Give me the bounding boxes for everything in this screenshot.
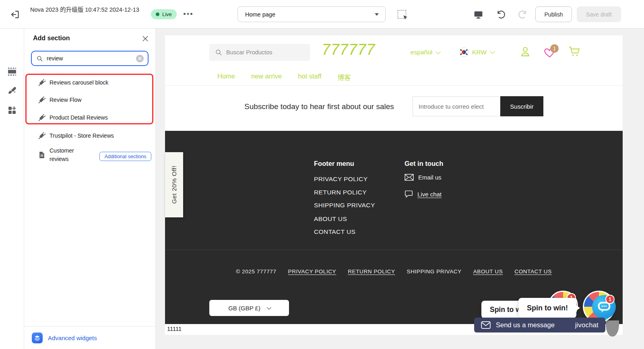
footer-link-privacy[interactable]: PRIVACY POLICY [314, 176, 367, 183]
store-search-box[interactable] [209, 44, 310, 61]
theme-settings-tab-icon[interactable] [7, 86, 17, 96]
store-nav: Home new arrive hot staff 博客 [217, 72, 351, 82]
exit-icon [10, 9, 20, 20]
account-button[interactable] [519, 45, 531, 59]
subscribe-button[interactable]: Suscribir [500, 96, 543, 116]
plug-icon [38, 132, 46, 140]
copyright-text: © 2025 777777 [236, 268, 276, 275]
language-selector[interactable]: español [411, 49, 439, 56]
page-selector-dropdown[interactable]: Home page [237, 6, 386, 22]
store-search-input[interactable] [226, 49, 299, 56]
store-logo[interactable]: 777777 [304, 41, 393, 58]
envelope-icon [481, 321, 491, 329]
exit-editor-button[interactable] [8, 8, 22, 21]
section-search-input[interactable] [47, 55, 132, 62]
spin-to-win-bubble[interactable]: Spin to win! [518, 298, 576, 318]
legal-link-contact[interactable]: CONTACT US [514, 268, 552, 275]
legal-links-row: © 2025 777777 PRIVACY POLICY RETURN POLI… [165, 268, 623, 275]
nav-item-blog[interactable]: 博客 [338, 72, 351, 82]
email-us-label: Email us [418, 174, 442, 181]
undo-icon [496, 10, 506, 20]
cart-icon [568, 46, 580, 57]
publish-button[interactable]: Publish [535, 6, 572, 22]
section-result-product-detail-reviews[interactable]: Product Detail Reviews [24, 109, 153, 126]
close-icon [141, 34, 150, 43]
document-icon [38, 151, 46, 159]
footer-menu-title: Footer menu [314, 160, 354, 167]
result-label: Customer reviews [50, 147, 81, 163]
footer-link-contact[interactable]: CONTACT US [314, 228, 355, 235]
legal-link-about[interactable]: ABOUT US [473, 268, 503, 275]
live-badge-label: Live [162, 11, 172, 17]
nav-item-hot-staff[interactable]: hot staff [298, 72, 321, 82]
promo-tab[interactable]: Get 20% Off! [165, 152, 183, 217]
footer-link-return[interactable]: RETURN POLICY [314, 189, 367, 196]
jivochat-bar[interactable]: Send us a message jivochat [474, 318, 605, 332]
search-icon [215, 49, 222, 56]
live-chat-link[interactable]: Live chat [405, 190, 442, 198]
panel-close-button[interactable] [141, 34, 150, 43]
live-dot-icon [156, 12, 159, 16]
currency-value: KRW [472, 49, 487, 56]
add-section-panel: Add section Reviews carousel block Revie… [24, 29, 156, 349]
country-currency-selector[interactable]: GB (GBP £) [209, 300, 289, 316]
plug-icon [38, 96, 46, 104]
legal-link-return[interactable]: RETURN POLICY [348, 268, 395, 275]
more-options-button[interactable] [184, 13, 192, 15]
live-chat-label: Live chat [417, 191, 442, 198]
redo-button[interactable] [517, 9, 528, 20]
sections-tab-icon[interactable] [7, 67, 17, 76]
additional-sections-badge[interactable]: Additional sections [99, 152, 151, 161]
section-result-reviews-carousel[interactable]: Reviews carousel block [24, 74, 153, 91]
section-result-review-flow[interactable]: Review Flow [24, 91, 153, 109]
account-icon [519, 45, 531, 58]
country-currency-value: GB (GBP £) [228, 305, 260, 312]
clear-x-icon [138, 57, 142, 60]
footer-divider [165, 250, 623, 250]
footer-link-about[interactable]: ABOUT US [314, 215, 347, 223]
apps-tab-icon[interactable] [7, 105, 17, 115]
section-picker-button[interactable] [398, 10, 406, 19]
nav-item-home[interactable]: Home [217, 72, 235, 82]
jivochat-brand: jivochat [575, 321, 599, 329]
newsletter-email-input[interactable] [413, 96, 500, 116]
newsletter-heading: Subscribe today to hear first about our … [244, 102, 413, 111]
section-search-field[interactable] [31, 51, 149, 66]
nav-item-new-arrive[interactable]: new arrive [251, 72, 282, 82]
currency-selector[interactable]: KRW [459, 47, 493, 57]
korea-flag-icon [459, 47, 469, 57]
result-label: Review Flow [50, 97, 81, 103]
advanced-widgets-link[interactable]: Advanced widgets [24, 326, 155, 349]
email-us-link[interactable]: Email us [405, 174, 442, 181]
advanced-widgets-label: Advanced widgets [48, 335, 97, 341]
wishlist-button[interactable]: 1 [543, 46, 557, 58]
result-label: Reviews carousel block [50, 79, 108, 86]
plug-icon [38, 114, 46, 122]
page-selector-value: Home page [245, 11, 275, 18]
chevron-down-icon [490, 49, 495, 54]
device-preview-button[interactable] [473, 9, 484, 20]
undo-button[interactable] [495, 9, 506, 20]
clear-search-button[interactable] [136, 55, 144, 62]
chat-notification-badge: 1 [605, 295, 615, 304]
bottom-section-text: 11111 [167, 326, 182, 332]
get-in-touch-title: Get in touch [405, 160, 443, 167]
cart-button[interactable] [568, 46, 580, 59]
paintbrush-icon [7, 86, 17, 96]
panel-title: Add section [33, 35, 70, 42]
promo-tab-label: Get 20% Off! [171, 165, 178, 204]
chevron-down-icon [436, 49, 441, 54]
jivochat-message: Send us a message [496, 321, 555, 329]
result-label: Trustpilot - Store Reviews [50, 132, 114, 139]
section-result-trustpilot[interactable]: Trustpilot - Store Reviews [24, 127, 153, 145]
save-draft-button[interactable]: Save draft [577, 6, 621, 22]
legal-link-shipping[interactable]: SHIPPING PRIVACY [407, 268, 462, 275]
legal-link-privacy[interactable]: PRIVACY POLICY [288, 268, 336, 275]
layers-icon [32, 332, 43, 343]
apps-icon [7, 105, 17, 115]
live-status-badge: Live [151, 9, 177, 19]
editor-topbar: Nova 2023 的升级版 10:47:52 2024-12-13 Live … [0, 0, 644, 29]
search-icon [36, 55, 43, 62]
footer-link-shipping[interactable]: SHIPPING PRIVACY [314, 202, 375, 209]
store-header: 777777 español KR [165, 35, 623, 86]
